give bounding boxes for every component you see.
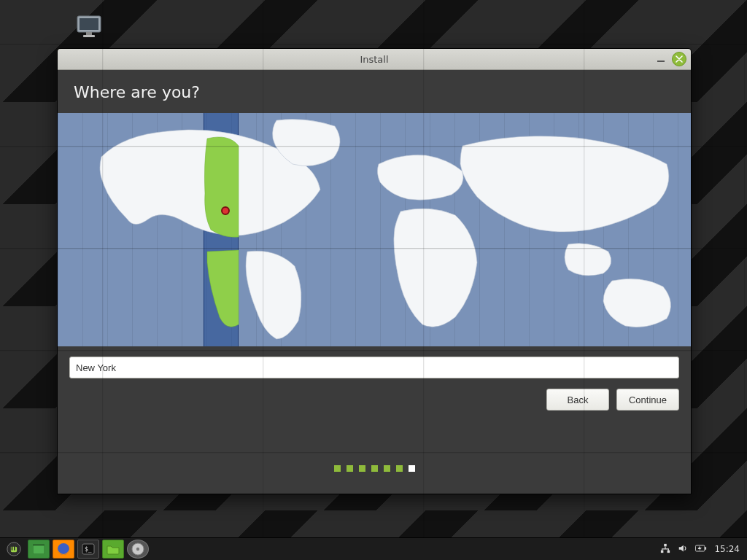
volume-status-icon[interactable] — [678, 543, 688, 556]
taskbar-folder-launcher[interactable] — [102, 540, 124, 559]
window-minimize-button[interactable] — [656, 54, 666, 64]
svg-rect-2 — [86, 32, 92, 35]
file-manager-icon — [31, 542, 46, 556]
taskbar-terminal-launcher[interactable]: $_ — [77, 540, 99, 559]
svg-rect-0 — [77, 16, 101, 32]
battery-icon — [695, 544, 707, 553]
close-icon — [676, 55, 683, 63]
svg-rect-1 — [80, 18, 98, 30]
timezone-input[interactable] — [69, 357, 679, 378]
timezone-gridlines — [58, 113, 691, 346]
window-titlebar[interactable]: Install — [58, 49, 691, 70]
world-map-svg — [58, 113, 691, 346]
location-pin-icon — [221, 206, 230, 215]
folder-icon — [106, 542, 120, 556]
progress-dot — [409, 465, 415, 472]
progress-dot — [359, 465, 365, 472]
svg-rect-16 — [705, 547, 707, 550]
progress-dot — [334, 465, 341, 472]
monitor-icon — [74, 15, 104, 39]
progress-dot — [347, 465, 353, 472]
taskbar: $_ — [0, 537, 747, 560]
progress-dot — [371, 465, 378, 472]
progress-dot — [384, 465, 390, 472]
start-menu-button[interactable] — [3, 540, 25, 558]
taskbar-installer-launcher[interactable] — [127, 540, 149, 559]
button-row: Back Continue — [58, 378, 691, 411]
svg-text:$_: $_ — [85, 546, 92, 553]
desktop-computer-icon[interactable] — [73, 15, 105, 47]
firefox-icon — [56, 542, 71, 556]
svg-rect-14 — [667, 550, 670, 553]
timezone-map[interactable] — [58, 113, 691, 346]
mint-logo-icon — [7, 542, 21, 556]
svg-rect-3 — [83, 35, 95, 37]
svg-rect-13 — [661, 550, 664, 553]
wired-network-icon — [660, 543, 670, 553]
svg-rect-6 — [34, 546, 44, 554]
selected-timezone-band — [204, 113, 239, 346]
svg-point-11 — [136, 548, 139, 551]
taskbar-firefox-launcher[interactable] — [53, 540, 74, 559]
window-close-button[interactable] — [672, 52, 686, 66]
desktop-background: Install Where are you? — [0, 0, 747, 538]
continue-button[interactable]: Continue — [616, 389, 679, 411]
battery-status-icon[interactable] — [695, 544, 707, 555]
terminal-icon: $_ — [81, 542, 96, 556]
window-title: Install — [360, 54, 388, 65]
speaker-icon — [678, 543, 688, 553]
progress-dot — [396, 465, 403, 472]
panel-clock[interactable]: 15:24 — [714, 544, 740, 554]
disc-icon — [131, 542, 145, 556]
svg-rect-12 — [665, 543, 667, 546]
taskbar-files-launcher[interactable] — [28, 540, 50, 559]
step-heading: Where are you? — [58, 70, 691, 113]
step-progress — [58, 443, 691, 494]
form-area — [58, 346, 691, 378]
back-button[interactable]: Back — [546, 389, 609, 411]
installer-window: Install Where are you? — [57, 48, 692, 494]
network-status-icon[interactable] — [660, 543, 670, 556]
